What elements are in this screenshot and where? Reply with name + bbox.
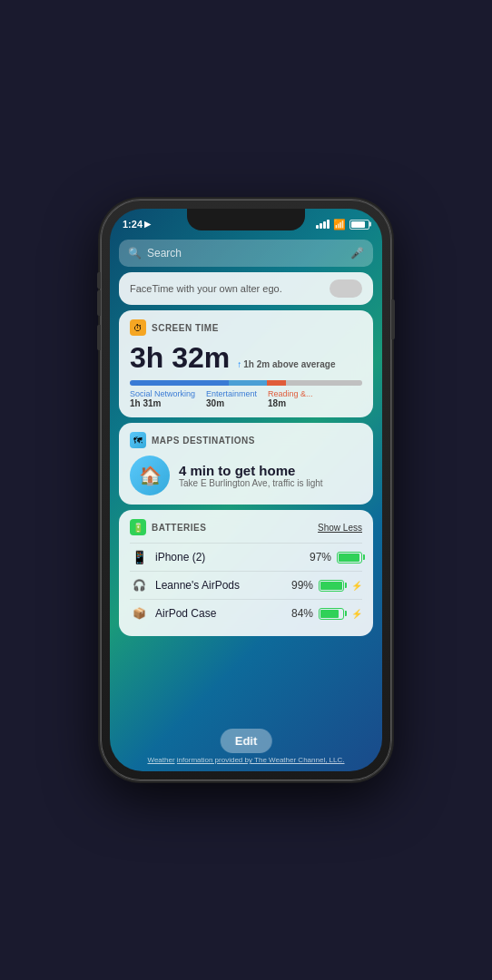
status-right: 📶 (316, 219, 369, 230)
airpods-charging-icon: ⚡ (351, 581, 362, 591)
case-percent: 84% (291, 607, 313, 620)
airpods-icon: 🎧 (130, 576, 148, 594)
mic-icon[interactable]: 🎤 (350, 247, 364, 260)
bar-entertainment (229, 380, 267, 386)
edit-button[interactable]: Edit (221, 729, 272, 753)
volume-up-button[interactable] (97, 290, 101, 316)
status-time: 1:24 (123, 219, 143, 230)
maps-header: 🗺 MAPS DESTINATIONS (130, 432, 362, 448)
battery-status-icon (349, 220, 369, 230)
screen-time-label: SCREEN TIME (152, 323, 219, 333)
case-icon: 📦 (130, 604, 148, 622)
mute-button[interactable] (97, 272, 101, 289)
screen-time-header: ⏱ SCREEN TIME (130, 319, 362, 336)
power-button[interactable] (391, 299, 395, 339)
iphone-battery-bar (337, 552, 362, 564)
facetime-toggle[interactable] (330, 279, 362, 298)
search-bar[interactable]: 🔍 Search 🎤 (119, 240, 373, 267)
entertainment-label: Entertainment (206, 389, 257, 398)
phone-frame: 1:24 ▶ 📶 🔍 Search 🎤 (101, 200, 391, 780)
maps-info: 4 min to get home Take E Burlington Ave,… (179, 463, 323, 488)
category-social: Social Networking 1h 31m (130, 389, 195, 408)
battery-fill (351, 221, 365, 228)
screen-time-value: 3h 32m ↑ 1h 2m above average (130, 341, 362, 375)
category-reading: Reading &... 18m (268, 389, 313, 408)
facetime-text: FaceTime with your own alter ego. (130, 283, 282, 294)
signal-bar-4 (327, 220, 330, 229)
social-label: Social Networking (130, 389, 195, 398)
maps-label: MAPS DESTINATIONS (152, 436, 255, 446)
batteries-header: 🔋 BATTERIES Show Less (130, 519, 362, 535)
maps-content: 🏠 4 min to get home Take E Burlington Av… (130, 456, 362, 495)
airpods-name: Leanne's AirPods (155, 579, 240, 592)
show-less-button[interactable]: Show Less (318, 523, 362, 533)
airpods-percent: 99% (291, 579, 313, 592)
batteries-card: 🔋 BATTERIES Show Less 📱 iPhone (2) 97% (119, 510, 373, 636)
case-battery-bar (319, 608, 344, 620)
arrow-up-icon: ↑ (237, 359, 241, 369)
battery-item-airpods: 🎧 Leanne's AirPods 99% ⚡ (130, 571, 362, 599)
case-battery-right: 84% ⚡ (291, 607, 362, 620)
content-area: 🔍 Search 🎤 FaceTime with your own alter … (110, 234, 382, 771)
airpods-battery-fill (320, 582, 342, 590)
maps-icon: 🗺 (130, 432, 146, 448)
status-left: 1:24 ▶ (123, 219, 151, 230)
signal-bar-1 (316, 225, 319, 229)
battery-item-case: 📦 AirPod Case 84% ⚡ (130, 599, 362, 627)
entertainment-time: 30m (206, 398, 257, 408)
bar-rest (286, 380, 362, 386)
maps-home-icon: 🏠 (130, 456, 170, 495)
social-time: 1h 31m (130, 398, 195, 408)
phone-screen: 1:24 ▶ 📶 🔍 Search 🎤 (110, 209, 382, 771)
notch (187, 209, 305, 230)
maps-time: 4 min to get home (179, 463, 323, 478)
batteries-label: BATTERIES (152, 523, 206, 533)
battery-item-case-left: 📦 AirPod Case (130, 604, 216, 622)
iphone-percent: 97% (310, 551, 331, 564)
facetime-card: FaceTime with your own alter ego. (119, 272, 373, 305)
category-entertainment: Entertainment 30m (206, 389, 257, 408)
screen-time-icon: ⏱ (130, 319, 146, 336)
case-charging-icon: ⚡ (351, 609, 362, 619)
iphone-battery-fill (339, 554, 359, 562)
screen-time-average: ↑ 1h 2m above average (237, 359, 335, 369)
footer-text: Weather information provided by The Weat… (110, 756, 382, 764)
volume-down-button[interactable] (97, 325, 101, 350)
iphone-icon: 📱 (130, 548, 148, 566)
battery-item-airpods-left: 🎧 Leanne's AirPods (130, 576, 240, 594)
airpods-battery-right: 99% ⚡ (291, 579, 362, 592)
reading-time: 18m (268, 398, 313, 408)
location-icon: ▶ (144, 220, 151, 229)
wifi-icon: 📶 (333, 219, 346, 230)
batteries-icon: 🔋 (130, 519, 146, 535)
bar-reading (267, 380, 286, 386)
footer-suffix: information provided by The Weather Chan… (177, 756, 345, 764)
screen-time-bar (130, 380, 362, 386)
airpods-battery-bar (319, 580, 344, 592)
battery-item-iphone-left: 📱 iPhone (2) (130, 548, 205, 566)
weather-link: Weather (147, 756, 174, 764)
case-battery-fill (320, 610, 339, 618)
search-placeholder: Search (147, 247, 345, 260)
case-name: AirPod Case (155, 607, 216, 620)
signal-bar-2 (320, 223, 322, 229)
maps-direction: Take E Burlington Ave, traffic is light (179, 478, 323, 488)
screen-time-card: ⏱ SCREEN TIME 3h 32m ↑ 1h 2m above avera… (119, 310, 373, 417)
batteries-header-left: 🔋 BATTERIES (130, 519, 206, 535)
battery-item-iphone: 📱 iPhone (2) 97% (130, 543, 362, 571)
maps-card: 🗺 MAPS DESTINATIONS 🏠 4 min to get home … (119, 423, 373, 505)
screen-time-duration: 3h 32m (130, 341, 230, 375)
iphone-name: iPhone (2) (155, 551, 205, 564)
screen-time-categories: Social Networking 1h 31m Entertainment 3… (130, 389, 362, 408)
reading-label: Reading &... (268, 389, 313, 398)
bar-social (130, 380, 229, 386)
signal-icon (316, 220, 330, 229)
signal-bar-3 (323, 221, 326, 229)
search-icon: 🔍 (128, 247, 142, 260)
iphone-battery-right: 97% (310, 551, 362, 564)
